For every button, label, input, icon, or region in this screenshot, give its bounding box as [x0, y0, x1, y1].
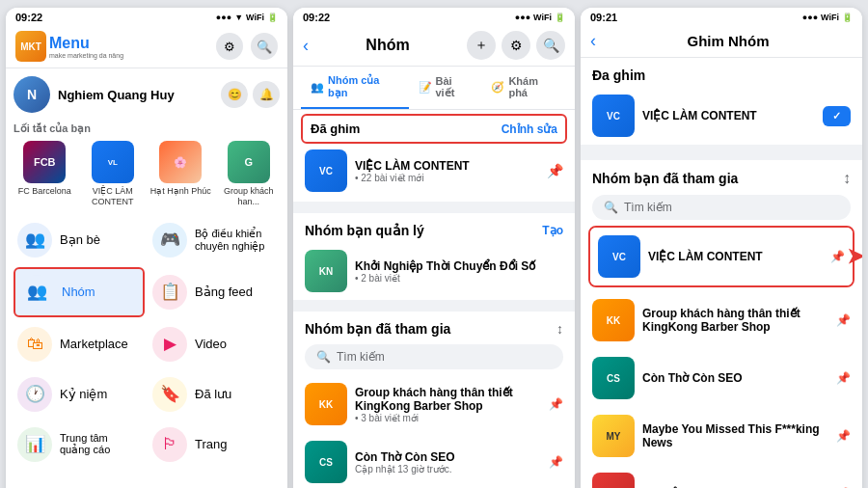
phone2-content: Đã ghim Chỉnh sửa VC VIỆC LÀM CONTENT • … [293, 110, 575, 488]
managed-header: Nhóm bạn quản lý Tạo [293, 213, 575, 242]
phone-2: 09:22 ●●● WiFi 🔋 ‹ Nhóm ＋ ⚙ 🔍 👥 Nhóm của… [293, 8, 575, 488]
pinned-group-name: VIỆC LÀM CONTENT [355, 159, 539, 173]
control-icon: 🎮 [152, 223, 187, 258]
friends-icon: 👥 [17, 223, 52, 258]
phone3-header: ‹ Ghim Nhóm [581, 25, 862, 58]
menu-video[interactable]: ▶ Video [149, 321, 280, 367]
back-button-2[interactable]: ‹ [303, 36, 309, 56]
managed-group-avatar: KN [305, 250, 347, 292]
tab-bai-viet[interactable]: 📝 Bài viết [409, 67, 482, 109]
menu-bangfeed[interactable]: 📋 Bảng feed [149, 267, 280, 317]
menu-trungcenter[interactable]: 📊 Trung tâm quảng cáo [14, 421, 145, 468]
tab-kham-pha[interactable]: 🧭 Khám phá [481, 67, 567, 109]
divider-3 [581, 152, 862, 160]
menu-marketplace[interactable]: 🛍 Marketplace [14, 321, 145, 367]
p3-avatar-2: KK [592, 299, 635, 341]
status-icons-2: ●●● WiFi 🔋 [515, 13, 565, 22]
search-box-3[interactable]: 🔍 Tìm kiếm [592, 195, 851, 220]
phone3-joined-group-5[interactable]: NS NGHIÊN SEO 📌 [581, 465, 862, 488]
shortcuts-label: Lối tắt của bạn [14, 122, 280, 135]
shortcut-fcb[interactable]: FCB FC Barcelona [14, 141, 76, 207]
phone3-joined-group-1[interactable]: VC VIỆC LÀM CONTENT 📌 [590, 228, 853, 285]
managed-group-item[interactable]: KN Khởi Nghiệp Thời Chuyển Đổi Số • 2 bà… [293, 242, 575, 300]
groups-icon: 👥 [19, 275, 54, 310]
ghim-group-item[interactable]: VC VIỆC LÀM CONTENT ✓ [581, 87, 862, 145]
joined-group-2[interactable]: CS Còn Thờ Còn SEO Cập nhật 13 giờ trước… [293, 433, 575, 488]
pinned-box: Đã ghim Chỉnh sửa [301, 114, 567, 144]
pinned-group-item[interactable]: VC VIỆC LÀM CONTENT • 22 bài viết mới 📌 [301, 144, 567, 198]
menu-daluu[interactable]: 🔖 Đã lưu [149, 371, 280, 418]
pinned-title: Đã ghim [311, 122, 360, 136]
phone1-header: MKT Menu make marketing da nâng ⚙ 🔍 [6, 25, 287, 68]
time-1: 09:22 [15, 12, 42, 23]
highlighted-group-wrap: VC VIỆC LÀM CONTENT 📌 ➤ [588, 226, 854, 287]
phone-1: 09:22 ●●● ▼ WiFi 🔋 MKT Menu make marketi… [6, 8, 287, 488]
create-group-button[interactable]: Tạo [542, 224, 563, 237]
highlighted-group-box: VC VIỆC LÀM CONTENT 📌 [588, 226, 854, 287]
phone3-title: Ghim Nhóm [604, 33, 853, 49]
status-bar-3: 09:21 ●●● WiFi 🔋 [581, 8, 862, 25]
marketplace-icon: 🛍 [17, 327, 52, 362]
join-pin-1: 📌 [549, 397, 563, 411]
notif-icon-1[interactable]: 😊 [221, 81, 248, 108]
sort-button-3[interactable]: ↕ [843, 170, 851, 187]
gear-button-2[interactable]: ⚙ [502, 31, 530, 60]
search-icon-3: 🔍 [604, 201, 618, 214]
search-button-2[interactable]: 🔍 [536, 31, 565, 60]
search-placeholder-2: Tìm kiếm [337, 350, 385, 364]
time-2: 09:22 [303, 12, 330, 23]
divider-2 [293, 304, 575, 312]
joined-section: Nhóm bạn đã tham gia ↕ 🔍 Tìm kiếm KK Gro… [293, 312, 575, 488]
bangfeed-icon: 📋 [152, 275, 187, 310]
notification-icons: 😊 🔔 [221, 81, 280, 108]
phone3-joined-group-2[interactable]: KK Group khách hàng thân thiết KingKong … [581, 291, 862, 349]
phone1-content: N Nghiem Quang Huy 😊 🔔 Lối tắt của bạn F… [6, 68, 287, 488]
p3-avatar-4: MY [592, 415, 635, 457]
menu-trang[interactable]: 🏳 Trang [149, 421, 280, 468]
tab-nhom-cua-ban[interactable]: 👥 Nhóm của bạn [301, 67, 409, 109]
status-icons-3: ●●● WiFi 🔋 [802, 13, 853, 22]
shortcut-vlc[interactable]: VL VIỆC LÀM CONTENT [82, 141, 145, 207]
divider-1 [293, 205, 575, 213]
ghim-blue-button[interactable]: ✓ [823, 106, 851, 126]
menu-groups[interactable]: 👥 Nhóm [14, 267, 145, 317]
p3-avatar-1: VC [598, 235, 640, 278]
phone2-title: Nhóm [316, 37, 459, 54]
menu-label: Menu [49, 35, 90, 51]
phone3-joined-header: Nhóm bạn đã tham gia ↕ [581, 160, 862, 191]
edit-button[interactable]: Chỉnh sửa [502, 122, 557, 136]
p3-pin-2: 📌 [836, 313, 851, 327]
search-placeholder-3: Tìm kiếm [624, 201, 672, 214]
ghim-group-avatar: VC [592, 95, 635, 137]
avatar: N [14, 76, 50, 113]
phone3-joined-group-4[interactable]: MY Maybe You Missed This F***king News 📌 [581, 407, 862, 465]
pin-icon: 📌 [547, 163, 563, 178]
pinned-group-avatar: VC [305, 149, 347, 192]
p3-pin-4: 📌 [836, 429, 851, 443]
sort-button[interactable]: ↕ [556, 321, 563, 337]
joined-group-1[interactable]: KK Group khách hàng thân thiết KingKong … [293, 375, 575, 433]
user-row: N Nghiem Quang Huy 😊 🔔 [14, 76, 280, 113]
managed-group-info: Khởi Nghiệp Thời Chuyển Đổi Số • 2 bài v… [355, 259, 563, 284]
phone2-actions: ＋ ⚙ 🔍 [467, 31, 565, 60]
time-3: 09:21 [590, 12, 617, 23]
shortcut-hh[interactable]: 🌸 Hạt Hạnh Phúc [149, 141, 212, 207]
search-box-2[interactable]: 🔍 Tìm kiếm [305, 344, 563, 369]
daluu-icon: 🔖 [152, 377, 187, 412]
menu-grid: 👥 Bạn bè 🎮 Bộ điều khiển chuyên nghiệp 👥… [14, 217, 280, 468]
add-group-button[interactable]: ＋ [467, 31, 496, 60]
shortcut-grp[interactable]: G Group khách han... [218, 141, 281, 207]
search-icon-2: 🔍 [316, 350, 331, 364]
p3-pin-3: 📌 [836, 371, 851, 385]
gear-button[interactable]: ⚙ [216, 33, 243, 60]
phone2-header: ‹ Nhóm ＋ ⚙ 🔍 [293, 25, 575, 67]
menu-friends[interactable]: 👥 Bạn bè [14, 217, 145, 263]
phone3-joined-group-3[interactable]: CS Còn Thờ Còn SEO 📌 [581, 349, 862, 407]
menu-control[interactable]: 🎮 Bộ điều khiển chuyên nghiệp [149, 217, 280, 263]
status-bar-1: 09:22 ●●● ▼ WiFi 🔋 [6, 8, 287, 25]
search-button[interactable]: 🔍 [251, 33, 278, 60]
tabs-row: 👥 Nhóm của bạn 📝 Bài viết 🧭 Khám phá [293, 67, 575, 110]
notif-icon-2[interactable]: 🔔 [253, 81, 280, 108]
back-button-3[interactable]: ‹ [590, 31, 596, 51]
menu-kyniiem[interactable]: 🕐 Kỷ niệm [14, 371, 145, 418]
